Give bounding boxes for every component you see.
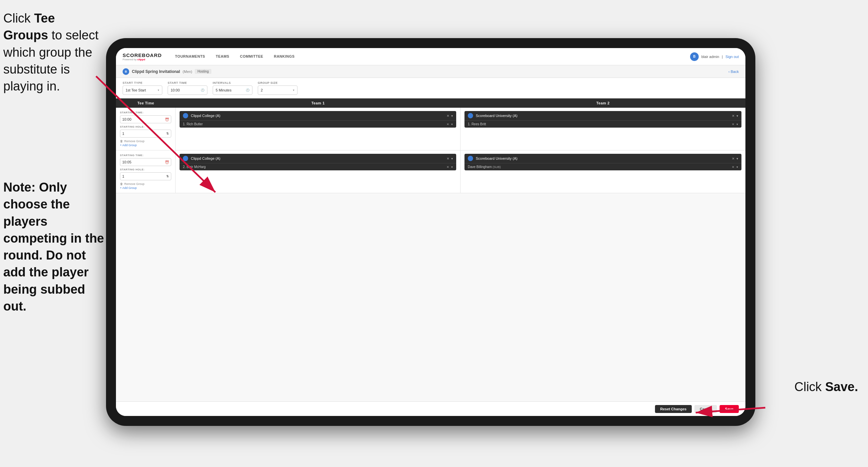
save-button[interactable]: Save bbox=[720, 405, 739, 413]
tee-time-col-1: STARTING TIME: 10:00 ⏰ STARTING HOLE: 1 … bbox=[116, 108, 176, 150]
breadcrumb-hosting: Hosting bbox=[195, 69, 211, 74]
team2-col-2: Scoreboard University (A) ✕ ▾ Dave Billi… bbox=[461, 150, 745, 193]
chevron-icon-player[interactable]: ▾ bbox=[451, 123, 453, 126]
tee-time-header: Tee Time bbox=[116, 98, 176, 108]
tee-groups-bold: Tee Groups bbox=[3, 11, 55, 42]
clock-icon-2: 🕙 bbox=[246, 88, 249, 92]
intervals-input[interactable]: 5 Minutes 🕙 bbox=[213, 86, 252, 95]
starting-hole-label-1: STARTING HOLE: bbox=[120, 125, 171, 128]
starting-time-input-2[interactable]: 10:05 ⏰ bbox=[120, 158, 171, 166]
clippd-text: clippd bbox=[137, 58, 145, 61]
sub-badge: (SUB) bbox=[493, 166, 501, 169]
team3-entry-header: Clippd College (A) ✕ ▾ bbox=[180, 154, 456, 164]
chevron-up-icon[interactable]: ▾ bbox=[451, 114, 453, 118]
close-icon-3[interactable]: ✕ bbox=[446, 157, 449, 160]
chevron-icon-player-2[interactable]: ▾ bbox=[737, 123, 738, 126]
back-link[interactable]: ‹ Back bbox=[728, 69, 739, 74]
player4-icons: ✕ ▾ bbox=[732, 166, 738, 169]
user-name: blair admin bbox=[701, 55, 719, 59]
start-time-label: Start Time bbox=[168, 81, 207, 85]
player-row-3: 2. Blair McHarg ✕ ▾ bbox=[180, 164, 456, 170]
avatar: B bbox=[690, 52, 699, 61]
team2-name: Scoreboard University (A) bbox=[476, 114, 729, 118]
close-icon-2[interactable]: ✕ bbox=[732, 114, 735, 118]
team-entry-2: Scoreboard University (A) ✕ ▾ 1. Rees Br… bbox=[464, 111, 741, 127]
chevron-updown-icon-2: ⇅ bbox=[166, 175, 169, 178]
nav-user: B blair admin | Sign out bbox=[690, 52, 739, 61]
navbar: SCOREBOARD Powered by clippd TOURNAMENTS… bbox=[116, 48, 745, 65]
breadcrumb-gender: (Men) bbox=[183, 69, 192, 74]
starting-time-label-2: STARTING TIME: bbox=[120, 154, 171, 157]
nav-tournaments[interactable]: TOURNAMENTS bbox=[169, 48, 210, 65]
team-dot bbox=[183, 113, 188, 118]
group-size-field: Group Size 2 ▾ bbox=[258, 81, 298, 95]
starting-hole-label-2: STARTING HOLE: bbox=[120, 168, 171, 171]
powered-by: Powered by clippd bbox=[123, 58, 162, 61]
save-bold: Save. bbox=[825, 380, 858, 394]
chevron-icon-player-4[interactable]: ▾ bbox=[737, 166, 738, 169]
starting-hole-input-2[interactable]: 1 ⇅ bbox=[120, 172, 171, 180]
team2-col-1: Scoreboard University (A) ✕ ▾ 1. Rees Br… bbox=[461, 108, 745, 150]
sign-out-link[interactable]: Sign out bbox=[725, 55, 739, 59]
team-entry: Clippd College (A) ✕ ▾ 1. Rich Butler bbox=[180, 111, 456, 127]
starting-hole-input-1[interactable]: 1 ⇅ bbox=[120, 129, 171, 138]
start-type-label: Start Type bbox=[123, 81, 162, 85]
breadcrumb-bar: B Clippd Spring Invitational (Men) Hosti… bbox=[116, 65, 745, 78]
nav-teams[interactable]: TEAMS bbox=[210, 48, 235, 65]
chevron-up-icon-3[interactable]: ▾ bbox=[451, 157, 453, 160]
player-icons: ✕ ▾ bbox=[446, 123, 453, 126]
team3-name: Clippd College (A) bbox=[191, 156, 444, 160]
player-name: 1. Rich Butler bbox=[183, 122, 444, 126]
breadcrumb-title: Clippd Spring Invitational bbox=[132, 69, 180, 74]
nav-rankings[interactable]: RANKINGS bbox=[269, 48, 300, 65]
group-size-input[interactable]: 2 ▾ bbox=[258, 86, 298, 95]
close-icon-4[interactable]: ✕ bbox=[732, 157, 735, 160]
close-icon-player-3[interactable]: ✕ bbox=[446, 166, 449, 169]
instruction-top-left: Click Tee Groups to select which group t… bbox=[0, 10, 103, 95]
tablet-frame: SCOREBOARD Powered by clippd TOURNAMENTS… bbox=[106, 38, 755, 426]
nav-committee[interactable]: COMMITTEE bbox=[235, 48, 269, 65]
start-time-field: Start Time 10:00 🕙 bbox=[168, 81, 207, 95]
note-bold: Note: Only choose the players competing … bbox=[3, 180, 104, 313]
team-icons: ✕ ▾ bbox=[446, 114, 453, 118]
instruction-right: Click Save. bbox=[795, 380, 858, 394]
remove-group-button-1[interactable]: 🗑 Remove Group bbox=[120, 140, 171, 143]
add-group-button-1[interactable]: + Add Group bbox=[120, 144, 171, 147]
team4-icons: ✕ ▾ bbox=[732, 157, 738, 160]
add-group-button-2[interactable]: + Add Group bbox=[120, 186, 171, 189]
column-headers: Tee Time Team 1 Team 2 bbox=[116, 98, 745, 108]
trash-icon-2: 🗑 bbox=[120, 182, 123, 185]
team1-col-2: Clippd College (A) ✕ ▾ 2. Blair McHarg bbox=[176, 150, 461, 193]
chevron-icon-player-3[interactable]: ▾ bbox=[451, 166, 453, 169]
navbar-brand: SCOREBOARD Powered by clippd bbox=[123, 52, 162, 61]
player-name-2: 1. Rees Britt bbox=[468, 122, 729, 126]
start-time-input[interactable]: 10:00 🕙 bbox=[168, 86, 207, 95]
intervals-field: Intervals 5 Minutes 🕙 bbox=[213, 81, 252, 95]
settings-row: Start Type 1st Tee Start ▾ Start Time 10… bbox=[116, 78, 745, 98]
brand-title: SCOREBOARD bbox=[123, 52, 162, 58]
reset-changes-button[interactable]: Reset Changes bbox=[655, 405, 692, 413]
close-icon-player-4[interactable]: ✕ bbox=[732, 166, 735, 169]
chevron-up-icon-4[interactable]: ▾ bbox=[737, 157, 738, 160]
main-content: STARTING TIME: 10:00 ⏰ STARTING HOLE: 1 … bbox=[116, 108, 745, 401]
cancel-button[interactable]: Cancel bbox=[694, 405, 717, 413]
chevron-up-icon-2[interactable]: ▾ bbox=[737, 114, 738, 118]
team4-entry-header: Scoreboard University (A) ✕ ▾ bbox=[464, 154, 741, 164]
close-icon-player-2[interactable]: ✕ bbox=[732, 123, 735, 126]
player3-icons: ✕ ▾ bbox=[446, 166, 453, 169]
breadcrumb-badge: B bbox=[123, 68, 129, 75]
tablet-screen: SCOREBOARD Powered by clippd TOURNAMENTS… bbox=[116, 48, 745, 416]
table-row: STARTING TIME: 10:00 ⏰ STARTING HOLE: 1 … bbox=[116, 108, 745, 150]
team-dot-4 bbox=[468, 156, 473, 161]
remove-group-button-2[interactable]: 🗑 Remove Group bbox=[120, 182, 171, 185]
starting-time-input-1[interactable]: 10:00 ⏰ bbox=[120, 115, 171, 123]
team1-header: Team 1 bbox=[176, 98, 461, 108]
team-name: Clippd College (A) bbox=[191, 114, 444, 118]
team4-name: Scoreboard University (A) bbox=[476, 156, 729, 160]
team2-header: Team 2 bbox=[461, 98, 745, 108]
close-icon[interactable]: ✕ bbox=[446, 114, 449, 118]
team-dot-3 bbox=[183, 156, 188, 161]
start-type-input[interactable]: 1st Tee Start ▾ bbox=[123, 86, 162, 95]
tee-time-col-2: STARTING TIME: 10:05 ⏰ STARTING HOLE: 1 … bbox=[116, 150, 176, 193]
close-icon-player[interactable]: ✕ bbox=[446, 123, 449, 126]
